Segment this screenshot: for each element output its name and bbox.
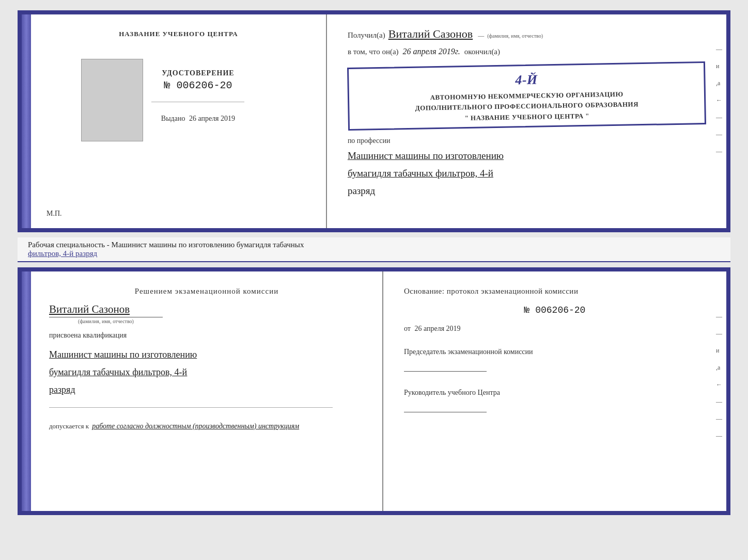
qualification-hw: Машинист машины по изготовлению бумагидл…: [49, 346, 364, 399]
issued-line: Выдано 26 апреля 2019: [161, 115, 235, 123]
mark-3: ,а: [716, 79, 722, 87]
date-prefix-bottom: от: [404, 325, 411, 332]
mark-4: ←: [716, 97, 722, 104]
date-handwritten-top: 26 апреля 2019г.: [403, 47, 460, 56]
bmark-6: —: [716, 398, 722, 406]
cert-right-panel: Получил(а) Виталий Сазонов — (фамилия, и…: [327, 14, 726, 228]
organization-block: 4-й АВТОНОМНУЮ НЕКОММЕРЧЕСКУЮ ОРГАНИЗАЦИ…: [347, 61, 706, 131]
bmark-1: —: [716, 313, 722, 321]
bmark-4: ,а: [716, 364, 722, 372]
allowed-hw: работе согласно должностным (производств…: [92, 422, 299, 430]
mark-2: и: [716, 62, 722, 70]
qualification-label: присвоена квалификация: [49, 331, 364, 340]
profession-hw: Машинист машины по изготовлениюбумагидля…: [348, 147, 706, 200]
cert-number-section: УДОСТОВЕРЕНИЕ № 006206-20: [162, 69, 234, 91]
finished-label: окончил(а): [464, 47, 500, 56]
chairman-signature: [404, 361, 487, 372]
mark-6: —: [716, 131, 722, 138]
protocol-number: № 006206-20: [404, 305, 706, 315]
chairman-label: Председатель экзаменационной комиссии: [404, 346, 706, 357]
side-marks-top: — и ,а ← — — —: [716, 45, 722, 155]
received-prefix: Получил(а): [348, 31, 385, 40]
info-bar: Рабочая специальность - Машинист машины …: [18, 237, 730, 262]
mp-line: М.П.: [46, 204, 62, 218]
person-name-bottom: Виталий Сазонов: [49, 303, 364, 316]
bottom-right-panel: Основание: протокол экзаменационной коми…: [383, 271, 726, 511]
bmark-7: —: [716, 415, 722, 423]
allowed-line: допускается к работе согласно должностны…: [49, 422, 364, 430]
document-container: НАЗВАНИЕ УЧЕБНОГО ЦЕНТРА УДОСТОВЕРЕНИЕ №…: [18, 10, 730, 515]
chairman-section: Председатель экзаменационной комиссии: [404, 346, 706, 372]
commission-title: Решением экзаменационной комиссии: [49, 287, 364, 296]
cert-spine-bottom: [22, 271, 31, 511]
director-signature: [404, 402, 487, 412]
cert-left-panel: НАЗВАНИЕ УЧЕБНОГО ЦЕНТРА УДОСТОВЕРЕНИЕ №…: [31, 14, 327, 228]
allowed-prefix: допускается к: [49, 422, 89, 430]
bmark-5: ←: [716, 381, 722, 389]
issued-label: Выдано: [161, 115, 185, 122]
bmark-2: —: [716, 330, 722, 338]
director-label: Руководитель учебного Центра: [404, 387, 706, 398]
info-bar-text: Рабочая специальность - Машинист машины …: [28, 241, 304, 249]
photo-placeholder: [81, 59, 143, 141]
fio-label-top: (фамилия, имя, отчество): [487, 33, 543, 39]
mark-5: —: [716, 114, 722, 121]
bmark-3: и: [716, 347, 722, 355]
fio-label-bottom: (фамилия, имя, отчество): [49, 317, 163, 324]
side-marks-bottom: — — и ,а ← — — —: [716, 313, 722, 440]
bmark-8: —: [716, 432, 722, 440]
received-line: Получил(а) Виталий Сазонов — (фамилия, и…: [348, 27, 706, 41]
bottom-left-panel: Решением экзаменационной комиссии Витали…: [31, 271, 383, 511]
center-title: НАЗВАНИЕ УЧЕБНОГО ЦЕНТРА: [119, 30, 238, 38]
bottom-certificate: Решением экзаменационной комиссии Витали…: [18, 267, 730, 515]
person-name-section-bottom: Виталий Сазонов (фамилия, имя, отчество): [49, 303, 364, 324]
profession-section: по профессии Машинист машины по изготовл…: [348, 134, 706, 200]
basis-title: Основание: протокол экзаменационной коми…: [404, 287, 706, 296]
director-section: Руководитель учебного Центра: [404, 387, 706, 412]
cert-number: № 006206-20: [162, 79, 234, 91]
date-line-bottom: от 26 апреля 2019: [404, 325, 706, 333]
person-name-top: Виталий Сазонов: [388, 27, 473, 41]
cert-spine-top: [22, 14, 31, 228]
mark-1: —: [716, 45, 722, 53]
in-that-prefix: в том, что он(а): [348, 47, 399, 56]
mark-7: —: [716, 148, 722, 155]
cert-label: УДОСТОВЕРЕНИЕ: [162, 69, 234, 77]
issued-date: 26 апреля 2019: [189, 115, 235, 122]
info-bar-underline: фильтров, 4-й разряд: [28, 249, 97, 258]
in-that-line: в том, что он(а) 26 апреля 2019г. окончи…: [348, 47, 706, 56]
profession-label: по профессии: [348, 137, 706, 145]
top-certificate: НАЗВАНИЕ УЧЕБНОГО ЦЕНТРА УДОСТОВЕРЕНИЕ №…: [18, 10, 730, 232]
date-value-bottom: 26 апреля 2019: [414, 325, 460, 332]
